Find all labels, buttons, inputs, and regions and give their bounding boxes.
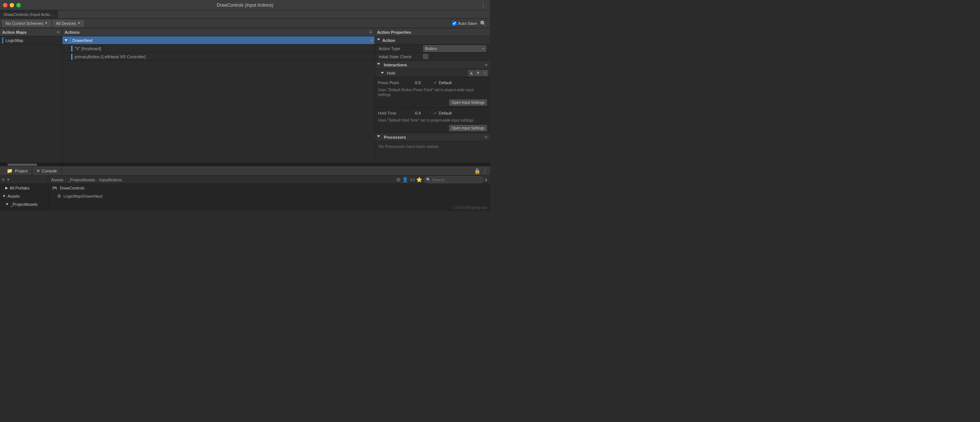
add-binding-button[interactable]: + xyxy=(370,37,373,44)
app-wrapper: DrawControls (Input Actions) ⋮ DrawContr… xyxy=(0,0,490,211)
binding-indicator xyxy=(71,54,72,60)
action-maps-panel: Action Maps + LogicMap xyxy=(0,28,62,163)
console-icon: ≡ xyxy=(37,168,40,173)
bottom-search-input[interactable] xyxy=(424,176,483,183)
expand-icon: ▼ xyxy=(8,210,12,211)
action-type-indicator xyxy=(70,38,71,43)
bottom-tab-bar: 📁 Project ≡ Console 🔒 ⋮ xyxy=(0,166,490,176)
actions-panel: Actions + DrawnNext + "X" [Keyboard] pri… xyxy=(62,28,375,163)
toolbar: No Control Schemes ▼ All Devices ▼ Auto-… xyxy=(0,19,490,28)
action-type-row: Action Type Button Value PassThrough xyxy=(375,44,490,53)
add-interaction-button[interactable]: + xyxy=(484,62,488,68)
minimize-button[interactable] xyxy=(10,3,14,8)
hold-move-down-button[interactable]: ▼ xyxy=(475,70,481,76)
interactions-header[interactable]: Interactions + xyxy=(375,61,490,69)
expand-icon: ▼ xyxy=(2,194,6,198)
expand-icon: ▼ xyxy=(5,202,9,206)
action-item-drawnext[interactable]: DrawnNext + xyxy=(62,36,375,44)
window-title: DrawControls (Input Actions) xyxy=(217,3,274,8)
drawcontrols-icon: 🎮 xyxy=(52,186,57,190)
tree-item-all-prefabs[interactable]: ▶ All Prefabs xyxy=(0,184,48,192)
bottom-section: 📁 Project ≡ Console 🔒 ⋮ + ▼ xyxy=(0,166,490,211)
open-input-settings-button-1[interactable]: Open Input Settings xyxy=(449,99,487,106)
tab-bar: DrawControls (Input Actio... xyxy=(0,10,490,19)
initial-state-row: Initial State Check xyxy=(375,53,490,61)
autosave-checkbox[interactable] xyxy=(452,21,457,25)
control-scheme-button[interactable]: No Control Schemes ▼ xyxy=(2,20,51,27)
tree-nav-button[interactable]: ▼ xyxy=(6,178,10,182)
close-button[interactable] xyxy=(3,3,8,8)
title-bar: DrawControls (Input Actions) ⋮ xyxy=(0,0,490,10)
press-point-row: Press Point 0.5 ✓ Default Uses "Default … xyxy=(375,77,490,108)
file-item-drawcontrols[interactable]: 🎮 DrawControls xyxy=(48,184,490,192)
more-options-icon[interactable]: ⋮ xyxy=(480,2,486,8)
hold-header[interactable]: Hold ▲ ▼ − xyxy=(375,69,490,77)
result-count: 4 xyxy=(485,178,487,182)
action-maps-header: Action Maps + xyxy=(0,28,62,36)
binding-indicator xyxy=(71,46,72,52)
action-binding-xr[interactable]: primaryButton [LeftHand XR Controller] xyxy=(62,53,375,61)
bottom-tree-panel: + ▼ ▶ All Prefabs ▼ Assets ▼ _ProjectAss… xyxy=(0,176,48,211)
action-group-triangle-icon xyxy=(377,38,380,42)
hold-time-check-icon: ✓ xyxy=(434,111,437,116)
tree-item-input-actions[interactable]: ▼ InputActions xyxy=(0,208,48,211)
view-icon-3[interactable]: 🏷 xyxy=(410,177,415,182)
tree-item-assets[interactable]: ▼ Assets xyxy=(0,192,48,200)
expand-icon: ▶ xyxy=(5,186,8,190)
tree-item-project-assets[interactable]: ▼ _ProjectAssets xyxy=(0,200,48,208)
breadcrumb-sep-2: › xyxy=(97,178,98,182)
action-map-item[interactable]: LogicMap xyxy=(0,36,62,44)
scroll-thumb[interactable] xyxy=(8,163,37,166)
bottom-content: + ▼ ▶ All Prefabs ▼ Assets ▼ _ProjectAss… xyxy=(0,176,490,211)
tab-project[interactable]: 📁 Project xyxy=(2,166,32,176)
hold-move-up-button[interactable]: ▲ xyxy=(468,70,474,76)
interactions-triangle-icon xyxy=(377,63,380,67)
bottom-search-wrapper xyxy=(424,176,483,183)
add-tree-item-button[interactable]: + xyxy=(2,176,5,183)
file-item-logicmap-drawnext[interactable]: ⚙ LogicMap/DrawnNext xyxy=(48,192,490,200)
view-icon-2[interactable]: 👤 xyxy=(402,177,408,182)
action-binding-keyboard[interactable]: "X" [Keyboard] xyxy=(62,44,375,53)
properties-panel-header: Action Properties xyxy=(375,28,490,36)
device-filter-button[interactable]: All Devices ▼ xyxy=(52,20,84,27)
bottom-more-button[interactable]: ⋮ xyxy=(482,168,488,174)
action-type-dropdown[interactable]: Button Value PassThrough xyxy=(423,45,486,52)
tab-console[interactable]: ≡ Console xyxy=(32,166,62,176)
tree-toolbar: + ▼ xyxy=(0,176,48,184)
open-input-settings-button-2[interactable]: Open Input Settings xyxy=(449,125,487,131)
press-point-check-icon: ✓ xyxy=(434,80,437,85)
action-type-select-wrapper: Button Value PassThrough xyxy=(423,45,486,52)
bottom-toolbar-row: Assets › _ProjectAssets › InputActions ⊞… xyxy=(48,176,490,184)
processors-header[interactable]: Processors + xyxy=(375,133,490,141)
actions-header: Actions + xyxy=(62,28,375,36)
lock-button[interactable]: 🔒 xyxy=(474,168,480,174)
processors-triangle-icon xyxy=(377,135,380,139)
maximize-button[interactable] xyxy=(16,3,21,8)
autosave-toggle: Auto-Save xyxy=(452,21,477,25)
hold-time-row: Hold Time 0.4 ✓ Default Uses "Default Ho… xyxy=(375,108,490,133)
logicmap-icon: ⚙ xyxy=(57,194,61,199)
breadcrumb: Assets › _ProjectAssets › InputActions xyxy=(51,178,122,182)
view-icon-4[interactable]: ⭐ xyxy=(416,177,422,182)
watermark: CSDN @linpingyuan xyxy=(453,205,487,209)
add-action-button[interactable]: + xyxy=(369,29,372,35)
search-button[interactable]: 🔍 xyxy=(479,21,488,26)
hold-remove-button[interactable]: − xyxy=(482,70,488,76)
tab-drawcontrols[interactable]: DrawControls (Input Actio... xyxy=(0,10,57,18)
chevron-down-icon: ▼ xyxy=(78,22,81,25)
add-action-map-button[interactable]: + xyxy=(56,29,60,35)
initial-state-checkbox[interactable] xyxy=(423,54,428,59)
bottom-files-panel: Assets › _ProjectAssets › InputActions ⊞… xyxy=(48,176,490,211)
horizontal-scrollbar[interactable] xyxy=(0,163,490,166)
action-group-header[interactable]: Action xyxy=(375,36,490,44)
window-controls xyxy=(3,3,21,8)
hold-triangle-icon xyxy=(381,72,384,74)
expand-triangle-icon xyxy=(65,39,68,41)
panels-row: Action Maps + LogicMap Actions + DrawnNe… xyxy=(0,28,490,163)
project-icon: 📁 xyxy=(7,168,13,173)
view-icon-1[interactable]: ⊞ xyxy=(396,177,401,182)
chevron-down-icon: ▼ xyxy=(45,22,48,25)
no-processors-text: No Processors have been added. xyxy=(375,141,490,152)
properties-panel: Action Properties Action Action Type But… xyxy=(375,28,490,163)
add-processor-button[interactable]: + xyxy=(484,134,488,141)
